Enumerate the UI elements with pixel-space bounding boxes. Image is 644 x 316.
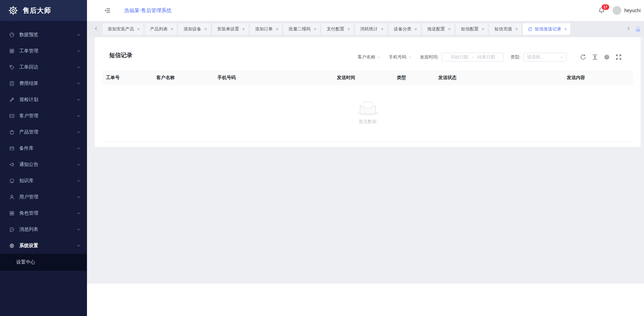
chevron-down-icon [77, 195, 80, 199]
sidebar-item-label: 数据预览 [19, 32, 77, 38]
avatar[interactable] [613, 6, 621, 15]
chevron-down-icon [408, 56, 412, 59]
sidebar-item-label: 消息列表 [19, 226, 77, 233]
sidebar-item-announcements[interactable]: 通知公告 [0, 156, 87, 173]
tab-install-order-settings[interactable]: 安装单设置× [212, 23, 248, 35]
tab-close-icon[interactable]: × [347, 27, 350, 31]
sidebar-item-label: 工单管理 [19, 48, 77, 54]
sidebar-subitem-settings-center[interactable]: 设置中心 [0, 254, 87, 271]
sidebar-item-customers[interactable]: 客户管理 [0, 108, 87, 124]
tab-add-order[interactable]: 添加订单× [250, 23, 282, 35]
tab-sms-recharge[interactable]: 短信充值× [489, 23, 521, 35]
tab-label: 添加设备 [183, 26, 201, 32]
gear-icon[interactable] [604, 54, 610, 60]
column-height-icon[interactable] [592, 54, 598, 60]
sidebar: 售后大师 数据预览 工单管理 工单回访 费用结算 巡检计划 [0, 0, 87, 316]
chevron-down-icon [77, 66, 80, 69]
tabs-scroll-left-icon[interactable] [94, 26, 99, 32]
sidebar-item-work-orders[interactable]: 工单管理 [0, 43, 87, 59]
tab-close-icon[interactable]: × [137, 27, 140, 31]
date-end-placeholder: 结束日期 [478, 54, 495, 60]
sidebar-item-label: 产品管理 [19, 129, 77, 135]
chevron-down-icon [77, 98, 80, 101]
customer-name-filter-dropdown[interactable]: 客户名称 [358, 54, 380, 60]
send-time-label: 发送时间: [420, 54, 439, 60]
phone-number-filter-dropdown[interactable]: 手机号码 [389, 54, 412, 60]
sidebar-item-fee-settlement[interactable]: 费用结算 [0, 75, 87, 92]
sidebar-item-order-followup[interactable]: 工单回访 [0, 59, 87, 75]
sidebar-item-label: 客户管理 [19, 113, 77, 119]
idcard-icon [9, 113, 15, 119]
tab-batch-qrcode[interactable]: 批量二维码× [284, 23, 320, 35]
tabs-strip: 添加安装产品× 产品列表× 添加设备× 安装单设置× 添加订单× 批量二维码× … [103, 23, 626, 35]
sidebar-item-users[interactable]: 用户管理 [0, 189, 87, 205]
tab-label: 消耗统计 [360, 26, 378, 32]
chevron-down-icon [77, 114, 80, 118]
tab-sms-send-records[interactable]: 短信发送记录× [523, 23, 570, 35]
tab-label: 添加订单 [255, 26, 273, 32]
type-select-placeholder: 请选择... [527, 54, 560, 60]
chevron-up-icon [77, 244, 80, 247]
megaphone-icon [9, 162, 15, 167]
tab-add-install-product[interactable]: 添加安装产品× [103, 23, 143, 35]
sidebar-item-spare-parts[interactable]: 备件库 [0, 140, 87, 156]
sidebar-item-roles[interactable]: 角色管理 [0, 205, 87, 221]
column-header: 类型 [393, 75, 435, 81]
username: heyuchi [624, 8, 641, 13]
tab-label: 产品列表 [150, 26, 168, 32]
notification-badge: 17 [601, 4, 609, 10]
sidebar-subitem-label: 设置中心 [16, 259, 35, 265]
column-header: 客户名称 [153, 75, 214, 81]
unlock-icon[interactable] [635, 26, 641, 32]
tab-product-list[interactable]: 产品列表× [145, 23, 177, 35]
tab-label: 设备分类 [394, 26, 412, 32]
refresh-icon [528, 27, 532, 31]
tab-payment-config[interactable]: 支付配置× [321, 23, 353, 35]
tab-close-icon[interactable]: × [564, 27, 567, 31]
tab-close-icon[interactable]: × [482, 27, 484, 31]
roles-grid-icon [9, 211, 15, 216]
tab-close-icon[interactable]: × [448, 27, 451, 31]
type-select[interactable]: 请选择... [524, 53, 567, 62]
table-header-row: 工单号 客户名称 手机号码 发送时间 类型 发送状态 发送内容 [102, 70, 633, 85]
header-title: 浩福莱-售后管理系统 [124, 7, 172, 14]
tab-close-icon[interactable]: × [381, 27, 383, 31]
sidebar-item-system-settings[interactable]: 系统设置 [0, 238, 87, 254]
sidebar-item-data-preview[interactable]: 数据预览 [0, 27, 87, 43]
tab-close-icon[interactable]: × [171, 27, 173, 31]
calculator-icon [9, 81, 15, 86]
tabs-scroll-right-icon[interactable] [626, 26, 631, 32]
sidebar-item-messages[interactable]: 消息列表 [0, 221, 87, 238]
tab-close-icon[interactable]: × [415, 27, 417, 31]
tab-close-icon[interactable]: × [204, 27, 207, 31]
menu-fold-icon[interactable] [104, 7, 111, 14]
app-logo: 售后大师 [0, 0, 87, 21]
date-range-input[interactable]: 开始日期 ~ 结束日期 [442, 53, 504, 62]
tab-close-icon[interactable]: × [276, 27, 279, 31]
refresh-icon[interactable] [580, 54, 586, 60]
fullscreen-icon[interactable] [616, 54, 622, 60]
sidebar-item-knowledge-base[interactable]: 知识库 [0, 173, 87, 189]
date-separator: ~ [471, 55, 474, 60]
sidebar-item-label: 知识库 [19, 178, 77, 184]
sidebar-item-products[interactable]: 产品管理 [0, 124, 87, 140]
tab-push-config[interactable]: 推送配置× [422, 23, 454, 35]
sidebar-item-inspection-plan[interactable]: 巡检计划 [0, 92, 87, 108]
notification-bell-icon[interactable]: 17 [598, 7, 605, 14]
tab-add-device[interactable]: 添加设备× [178, 23, 210, 35]
dashboard-icon [9, 32, 15, 38]
tab-label: 安装单设置 [217, 26, 239, 32]
sidebar-item-label: 通知公告 [19, 162, 77, 168]
sidebar-item-label: 巡检计划 [19, 97, 77, 103]
column-header: 发送内容 [563, 75, 633, 81]
tab-close-icon[interactable]: × [515, 27, 518, 31]
tab-label: 添加安装产品 [108, 26, 134, 32]
tab-close-icon[interactable]: × [314, 27, 316, 31]
content-area: 短信记录 客户名称 手机号码 发送时间: 开始日期 ~ 结束日期 类型: 请选择… [87, 37, 644, 284]
sidebar-item-label: 用户管理 [19, 194, 77, 200]
tab-label: 批量二维码 [289, 26, 311, 32]
tab-device-category[interactable]: 设备分类× [389, 23, 421, 35]
tab-close-icon[interactable]: × [242, 27, 245, 31]
tab-sms-config[interactable]: 短信配置× [456, 23, 488, 35]
tab-consumption-stats[interactable]: 消耗统计× [355, 23, 387, 35]
